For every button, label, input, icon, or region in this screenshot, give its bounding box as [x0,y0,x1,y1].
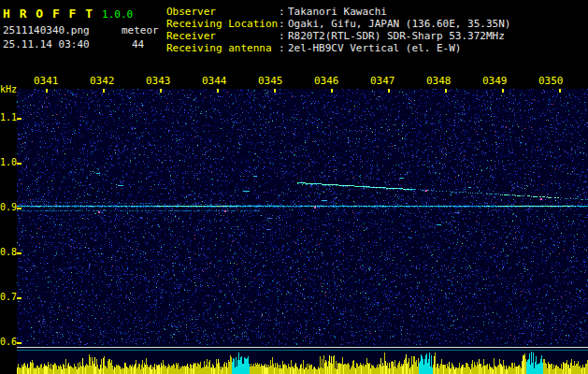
x-tick: 0349 [482,75,508,87]
y-tick: 1.0 [0,157,16,167]
y-tick: 0.6 [0,337,16,347]
x-tick: 0344 [202,75,227,87]
info-row-antenna: Receiving antenna:2el-HB9CV Vertical (el… [166,42,587,54]
colon: : [279,18,288,30]
echo-count: 44 [132,38,144,50]
x-tick: 0346 [314,75,339,87]
receiver-value: R820T2(RTL-SDR) SDR-Sharp 53.372MHz [288,30,505,42]
frequency-axis: kHz 1.1 1.0 0.9 0.8 0.7 0.6 [0,0,17,374]
antenna-value: 2el-HB9CV Vertical (el. E-W) [288,42,461,54]
info-row-observer: Observer:Takanori Kawachi [166,6,587,18]
x-tick: 0350 [538,75,564,87]
location-value: Ogaki, Gifu, JAPAN (136.60E, 35.35N) [288,18,510,30]
spectrogram-canvas [17,89,588,374]
observer-value: Takanori Kawachi [288,6,387,18]
observation-info: Observer:Takanori Kawachi Receiving Loca… [166,6,587,54]
antenna-label: Receiving antenna [166,42,279,54]
y-tick: 0.8 [0,247,16,257]
x-tick: 0345 [258,75,283,87]
info-row-receiver: Receiver:R820T2(RTL-SDR) SDR-Sharp 53.37… [166,30,587,42]
receiver-label: Receiver [166,30,279,42]
x-tick: 0342 [90,75,115,87]
hrofft-window: H R O F F T1.0.0 2511140340.png meteor 2… [0,0,588,374]
title-row: H R O F F T1.0.0 [3,4,133,22]
time-axis: 0341 0342 0343 0344 0345 0346 0347 0348 … [0,75,588,87]
x-tick: 0343 [146,75,171,87]
x-tick: 0347 [370,75,395,87]
mode-label: meteor [122,24,159,36]
colon: : [279,6,288,18]
location-label: Receiving Location [166,18,279,30]
colon: : [279,30,288,42]
y-axis-unit: kHz [0,84,16,94]
x-tick: 0341 [34,75,59,87]
date-row: 25.11.14 03:40 44 [3,38,164,50]
app-info-block: H R O F F T1.0.0 2511140340.png meteor 2… [3,2,164,73]
observer-label: Observer [166,6,279,18]
colon: : [279,42,288,54]
y-tick: 0.7 [0,292,16,302]
y-tick: 1.1 [0,112,16,122]
y-tick: 0.9 [0,202,16,212]
info-row-location: Receiving Location:Ogaki, Gifu, JAPAN (1… [166,18,587,30]
x-tick: 0348 [426,75,452,87]
app-version: 1.0.0 [102,8,133,21]
file-row: 2511140340.png meteor [3,24,164,36]
